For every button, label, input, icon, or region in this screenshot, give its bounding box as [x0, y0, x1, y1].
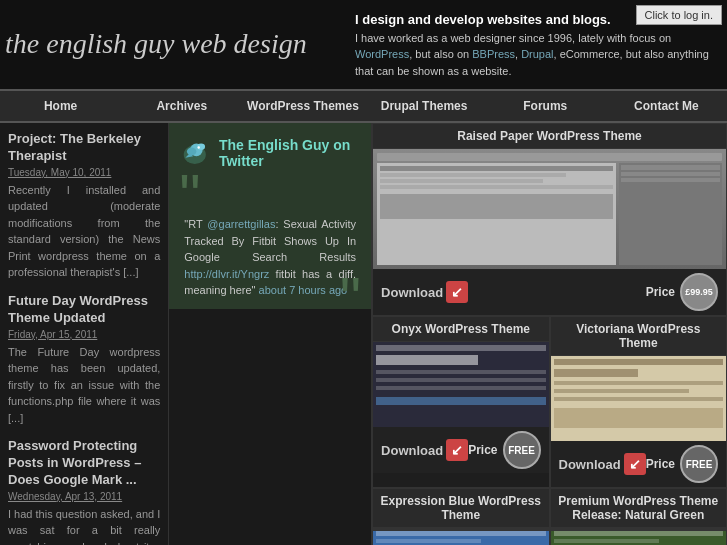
victoriana-download-label: Download: [559, 457, 621, 472]
preview-main-area: [377, 163, 615, 265]
price-sticker: £99.95: [680, 273, 718, 311]
theme-onyx-footer: Download ↙ Price FREE: [373, 427, 548, 473]
nav-home[interactable]: Home: [0, 91, 121, 121]
drupal-link[interactable]: Drupal: [521, 48, 553, 60]
nav-drupal-themes[interactable]: Drupal Themes: [364, 91, 485, 121]
prev-line-2: [376, 378, 545, 382]
prev-nav: [376, 345, 545, 351]
bbpress-link[interactable]: BBPress: [472, 48, 515, 60]
twitter-title: The English Guy on Twitter: [219, 137, 361, 169]
site-header: the english guy web design I design and …: [0, 0, 727, 89]
theme-featured-footer: Download ↙ Price £99.95: [373, 269, 726, 315]
theme-natgreen: Premium WordPress Theme Release: Natural…: [550, 488, 727, 545]
theme-victoriana-title: Victoriana WordPress Theme: [551, 317, 726, 356]
theme-featured-download[interactable]: Download ↙: [381, 281, 468, 303]
download-label: Download: [381, 285, 443, 300]
post-1-excerpt: Recently I installed and updated (modera…: [8, 182, 160, 281]
price-label: Price: [646, 285, 675, 299]
blog-posts-column: Project: The Berkeley Therapist Tuesday,…: [0, 123, 169, 545]
nav-wordpress-themes[interactable]: WordPress Themes: [242, 91, 363, 121]
prev-line-3: [376, 386, 545, 390]
preview-onyx-inner: [373, 342, 548, 427]
post-1-title[interactable]: Project: The Berkeley Therapist: [8, 131, 160, 165]
post-1-date: Tuesday, May 10, 2011: [8, 167, 160, 178]
theme-featured-title: Raised Paper WordPress Theme: [373, 124, 726, 149]
post-2-title[interactable]: Future Day WordPress Theme Updated: [8, 293, 160, 327]
post-2-date: Friday, Apr 15, 2011: [8, 329, 160, 340]
theme-victoriana-download[interactable]: Download ↙: [559, 453, 646, 475]
theme-featured-price: Price £99.95: [646, 273, 718, 311]
theme-exblue: Expression Blue WordPress Theme: [372, 488, 549, 545]
theme-exblue-title: Expression Blue WordPress Theme: [373, 489, 548, 528]
victoriana-price-sticker: FREE: [680, 445, 718, 483]
theme-featured: Raised Paper WordPress Theme: [372, 123, 727, 316]
twitter-link[interactable]: http://dlvr.it/Yngrz: [184, 268, 269, 280]
theme-victoriana-preview: [551, 356, 726, 441]
main-content: Project: The Berkeley Therapist Tuesday,…: [0, 123, 727, 545]
onyx-download-arrow: ↙: [446, 439, 468, 461]
quote-open: ": [179, 181, 361, 211]
twitter-text: "RT @garrettgillas: Sexual Activity Trac…: [179, 216, 361, 299]
preview-victoriana-inner: [551, 356, 726, 441]
download-arrow-icon: ↙: [446, 281, 468, 303]
site-title: the english guy web design: [5, 29, 345, 60]
prev-line-1: [376, 370, 545, 374]
preview-raised-paper: [373, 149, 726, 269]
theme-featured-preview: [373, 149, 726, 269]
theme-victoriana: Victoriana WordPress Theme Download ↙: [550, 316, 727, 488]
theme-victoriana-price: Price FREE: [646, 445, 718, 483]
preview-natgreen-inner: [551, 531, 726, 545]
theme-exblue-preview: [373, 528, 548, 545]
main-nav: Home Archives WordPress Themes Drupal Th…: [0, 89, 727, 123]
theme-onyx-title: Onyx WordPress Theme: [373, 317, 548, 342]
themes-column: Raised Paper WordPress Theme: [372, 123, 727, 545]
theme-onyx-download[interactable]: Download ↙: [381, 439, 468, 461]
preview-exblue-inner: [373, 531, 548, 545]
theme-onyx-price: Price FREE: [468, 431, 540, 469]
twitter-header: The English Guy on Twitter: [179, 133, 361, 173]
theme-onyx-preview: [373, 342, 548, 427]
twitter-mention[interactable]: @garrettgillas: [207, 218, 275, 230]
onyx-price-sticker: FREE: [503, 431, 541, 469]
nav-contact[interactable]: Contact Me: [606, 91, 727, 121]
wordpress-link[interactable]: WordPress: [355, 48, 409, 60]
login-button[interactable]: Click to log in.: [636, 5, 722, 25]
svg-point-2: [187, 147, 196, 155]
post-3-title[interactable]: Password Protecting Posts in WordPress –…: [8, 438, 160, 489]
post-2: Future Day WordPress Theme Updated Frida…: [8, 293, 160, 426]
tagline-body: I have worked as a web designer since 19…: [355, 32, 709, 77]
svg-point-4: [198, 146, 200, 148]
theme-row-1: Onyx WordPress Theme Download ↙: [372, 316, 727, 488]
theme-row-2: Expression Blue WordPress Theme Premium …: [372, 488, 727, 545]
theme-natgreen-title: Premium WordPress Theme Release: Natural…: [551, 489, 726, 528]
post-3-excerpt: I had this question asked, and I was sat…: [8, 506, 160, 545]
prev-title: [376, 355, 478, 365]
victoriana-download-arrow: ↙: [624, 453, 646, 475]
tagline-bold: I design and develop websites and blogs.: [355, 12, 611, 27]
onyx-price-label: Price: [468, 443, 497, 457]
victoriana-price-label: Price: [646, 457, 675, 471]
post-1: Project: The Berkeley Therapist Tuesday,…: [8, 131, 160, 281]
theme-victoriana-footer: Download ↙ Price FREE: [551, 441, 726, 487]
nav-archives[interactable]: Archives: [121, 91, 242, 121]
twitter-column: The English Guy on Twitter " "RT @garret…: [169, 123, 372, 545]
post-2-excerpt: The Future Day wordpress theme has been …: [8, 344, 160, 427]
twitter-time[interactable]: about 7 hours ago: [259, 284, 348, 296]
post-3-date: Wednesday, Apr 13, 2011: [8, 491, 160, 502]
post-3: Password Protecting Posts in WordPress –…: [8, 438, 160, 545]
theme-onyx: Onyx WordPress Theme Download ↙: [372, 316, 549, 488]
preview-sidebar-area: [619, 163, 722, 265]
nav-forums[interactable]: Forums: [485, 91, 606, 121]
preview-bar-1: [377, 153, 722, 161]
twitter-box: The English Guy on Twitter " "RT @garret…: [169, 123, 371, 309]
theme-natgreen-preview: [551, 528, 726, 545]
onyx-download-label: Download: [381, 443, 443, 458]
